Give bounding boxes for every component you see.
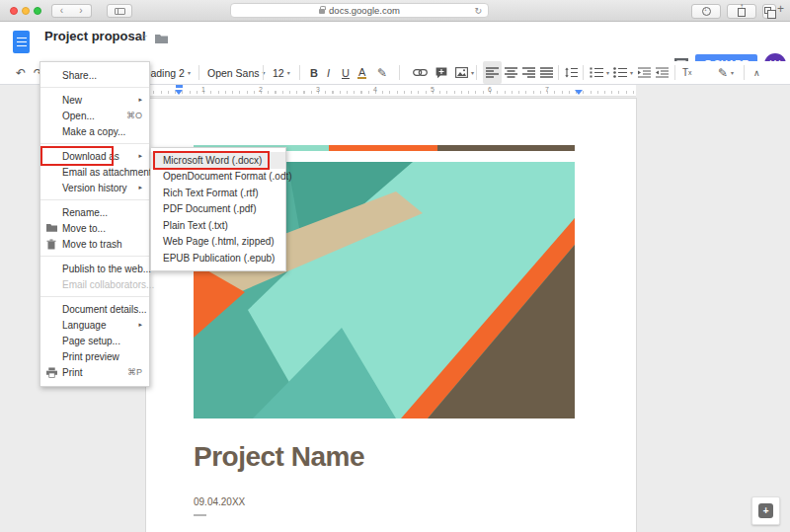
insert-link-button[interactable]: [413, 61, 428, 84]
align-justify-button[interactable]: [537, 61, 556, 84]
italic-button[interactable]: I: [327, 61, 330, 84]
numbered-list-icon: [590, 67, 603, 78]
download-as-submenu: Microsoft Word (.docx) OpenDocument Form…: [150, 147, 286, 271]
download-icon: [702, 7, 711, 16]
ruler-number: 3: [316, 86, 320, 93]
project-date-text[interactable]: 09.04.20XX: [194, 496, 245, 507]
submenu-item-rich-text[interactable]: Rich Text Format (.rtf): [151, 185, 285, 201]
decrease-indent-button[interactable]: [638, 61, 651, 84]
ruler-number: 7: [545, 86, 549, 93]
submenu-item-microsoft-word[interactable]: Microsoft Word (.docx): [151, 152, 285, 169]
file-menu-item-version-history[interactable]: Version history▸: [40, 180, 149, 195]
text-color-icon: A: [357, 67, 366, 79]
star-icon[interactable]: ☆: [138, 31, 148, 43]
link-icon: [413, 68, 428, 77]
line-spacing-icon: [565, 67, 578, 78]
file-menu-item-download-as[interactable]: Download as▸: [40, 148, 149, 164]
file-menu-item-open[interactable]: Open...⌘O: [40, 108, 149, 123]
folder-icon: [46, 223, 57, 232]
address-url: docs.google.com: [329, 5, 400, 16]
file-menu-item-email-collaborators: Email collaborators...: [40, 276, 149, 292]
sidebar-toggle-button[interactable]: [107, 4, 132, 18]
numbered-list-button[interactable]: ▾: [590, 61, 609, 84]
align-right-button[interactable]: [519, 61, 538, 84]
file-menu-item-print[interactable]: Print⌘P: [40, 364, 149, 380]
shortcut-label: ⌘P: [127, 367, 142, 377]
explore-button[interactable]: +: [751, 496, 780, 525]
font-size-dropdown[interactable]: 12 ▾: [273, 61, 290, 84]
downloads-button[interactable]: [691, 4, 721, 19]
increase-indent-icon: [656, 67, 669, 78]
ssl-lock-icon: [319, 9, 325, 14]
line-spacing-button[interactable]: [565, 61, 578, 84]
file-menu-item-page-setup[interactable]: Page setup...: [40, 333, 149, 348]
project-title-text[interactable]: Project Name: [194, 441, 364, 473]
align-left-button[interactable]: [483, 61, 502, 84]
bulleted-list-button[interactable]: ▾: [613, 61, 633, 84]
editing-mode-dropdown[interactable]: ✎ ▾: [718, 61, 734, 84]
file-menu-item-rename[interactable]: Rename...: [40, 204, 149, 220]
share-page-button[interactable]: [727, 4, 756, 19]
close-window-button[interactable]: [10, 7, 18, 15]
submenu-item-opendocument[interactable]: OpenDocument Format (.odt): [151, 169, 285, 186]
file-menu-item-print-preview[interactable]: Print preview: [40, 348, 149, 364]
google-docs-logo-icon[interactable]: [13, 31, 30, 53]
new-tab-button[interactable]: +: [777, 2, 784, 16]
align-center-button[interactable]: [502, 61, 520, 84]
decrease-indent-icon: [638, 67, 651, 78]
add-comment-button[interactable]: [435, 61, 447, 84]
document-title[interactable]: Project proposal: [44, 29, 146, 43]
file-menu-item-publish-to-web[interactable]: Publish to the web...: [40, 261, 149, 276]
collapse-toolbar-button[interactable]: ∧: [753, 61, 760, 84]
font-value: Open Sans: [207, 67, 260, 79]
undo-button[interactable]: ↶: [16, 61, 26, 84]
divider-dash: [194, 514, 206, 516]
file-menu-item-move-to[interactable]: Move to...: [40, 220, 149, 236]
submenu-item-epub[interactable]: EPUB Publication (.epub): [151, 250, 285, 266]
align-left-icon: [486, 67, 499, 78]
ruler-track[interactable]: 1 2 3 4 5 6 7: [146, 85, 636, 97]
bulleted-list-icon: [613, 67, 627, 78]
browser-forward-button[interactable]: ›: [71, 4, 92, 18]
zoom-window-button[interactable]: [34, 7, 41, 15]
file-menu: Share... New▸ Open...⌘O Make a copy... D…: [40, 61, 150, 387]
file-menu-item-move-to-trash[interactable]: Move to trash: [40, 236, 149, 252]
tabs-icon: [764, 7, 771, 14]
chevron-down-icon: ▾: [287, 69, 290, 76]
submenu-item-web-page[interactable]: Web Page (.html, zipped): [151, 234, 285, 251]
highlight-color-button[interactable]: ✎: [377, 61, 387, 84]
undo-icon: ↶: [16, 66, 26, 80]
submenu-item-plain-text[interactable]: Plain Text (.txt): [151, 217, 285, 234]
file-menu-item-language[interactable]: Language▸: [40, 317, 149, 333]
submenu-arrow-icon: ▸: [138, 96, 142, 104]
text-color-button[interactable]: A: [357, 61, 366, 84]
file-menu-item-document-details[interactable]: Document details...: [40, 301, 149, 317]
move-folder-icon[interactable]: [155, 34, 168, 43]
insert-image-button[interactable]: ▾: [455, 61, 474, 84]
submenu-item-pdf[interactable]: PDF Document (.pdf): [151, 201, 285, 218]
underline-button[interactable]: U: [342, 61, 350, 84]
submenu-arrow-icon: ▸: [138, 152, 142, 160]
font-dropdown[interactable]: Open Sans ▾: [207, 61, 266, 84]
docs-header: Project proposal ☆ File Edit View Insert…: [0, 22, 790, 61]
ruler-number: 5: [431, 86, 434, 93]
submenu-arrow-icon: ▸: [138, 184, 142, 191]
chevron-down-icon: ▾: [606, 69, 609, 76]
trash-icon: [46, 239, 56, 250]
file-menu-item-email-as-attachment[interactable]: Email as attachment...: [40, 164, 149, 180]
file-menu-item-share[interactable]: Share...: [40, 67, 149, 83]
explore-icon: +: [758, 503, 773, 518]
increase-indent-button[interactable]: [656, 61, 669, 84]
chevron-down-icon: ▾: [731, 69, 734, 76]
file-menu-item-new[interactable]: New▸: [40, 92, 149, 108]
tab-overview-button[interactable]: [762, 4, 776, 19]
first-line-indent-marker[interactable]: [176, 85, 183, 88]
browser-back-button[interactable]: ‹: [51, 4, 72, 18]
bold-button[interactable]: B: [310, 61, 318, 84]
minimize-window-button[interactable]: [22, 7, 30, 15]
chevron-down-icon: ▾: [188, 69, 191, 76]
file-menu-item-make-a-copy[interactable]: Make a copy...: [40, 123, 149, 139]
clear-formatting-button[interactable]: Tx: [682, 61, 692, 84]
address-bar[interactable]: docs.google.com ↻: [230, 3, 489, 18]
reload-icon[interactable]: ↻: [474, 6, 482, 16]
